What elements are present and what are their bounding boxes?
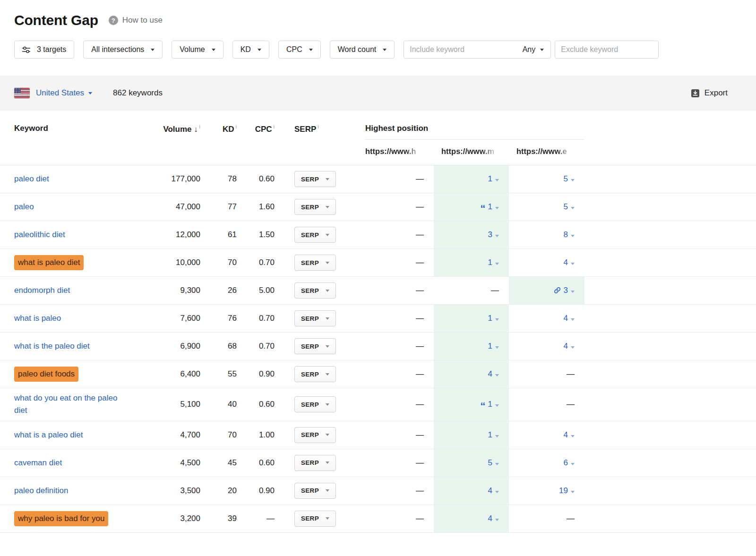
keyword-link[interactable]: paleo definition: [14, 485, 68, 497]
no-position: —: [416, 400, 424, 409]
country-selector[interactable]: United States: [36, 88, 92, 98]
download-icon: [691, 89, 700, 98]
export-button[interactable]: Export: [691, 88, 728, 98]
position-cell-target-1: —: [365, 249, 434, 277]
chevron-down-icon: [571, 435, 575, 437]
cpc-value: —: [237, 505, 275, 532]
kd-value: 70: [200, 249, 237, 277]
position-value[interactable]: 3: [564, 286, 568, 295]
position-value[interactable]: 4: [488, 369, 492, 378]
chevron-down-icon: [326, 434, 329, 436]
cpc-filter-dropdown[interactable]: CPC: [278, 41, 321, 59]
kd-value: 55: [200, 360, 237, 388]
column-header-volume[interactable]: Volume↓i: [156, 111, 200, 165]
serp-button[interactable]: SERP: [294, 227, 336, 243]
column-header-keyword[interactable]: Keyword: [0, 111, 156, 165]
serp-button[interactable]: SERP: [294, 483, 336, 499]
how-to-use-link[interactable]: How to use: [122, 16, 163, 25]
include-mode-dropdown[interactable]: Any: [516, 45, 551, 54]
keyword-link[interactable]: paleo diet foods: [14, 367, 78, 382]
position-value[interactable]: 5: [488, 458, 492, 467]
keyword-link[interactable]: why paleo is bad for you: [14, 511, 108, 526]
serp-button[interactable]: SERP: [294, 455, 336, 471]
position-value[interactable]: 5: [564, 174, 568, 183]
position-value[interactable]: 4: [564, 430, 568, 439]
position-value[interactable]: 8: [564, 230, 568, 239]
cpc-value: 1.00: [237, 421, 275, 449]
keyword-link[interactable]: what is paleo diet: [14, 255, 84, 270]
position-cell-target-2: 3: [434, 221, 509, 249]
quote-icon: “: [481, 203, 486, 214]
keyword-link[interactable]: caveman diet: [14, 457, 62, 469]
column-header-highest-position: Highest position: [365, 111, 584, 140]
keyword-link[interactable]: endomorph diet: [14, 284, 70, 297]
position-cell-target-2: “1: [434, 388, 509, 421]
keyword-link[interactable]: what do you eat on the paleo diet: [14, 392, 131, 417]
chevron-down-icon: [326, 403, 329, 406]
position-value[interactable]: 5: [564, 202, 568, 211]
volume-value: 6,400: [156, 360, 200, 388]
serp-button[interactable]: SERP: [294, 396, 336, 412]
serp-button-label: SERP: [301, 259, 319, 266]
serp-button[interactable]: SERP: [294, 282, 336, 299]
position-value[interactable]: 4: [488, 514, 492, 523]
kd-value: 40: [200, 388, 237, 421]
column-header-target-2: https://www.m: [434, 140, 509, 165]
intersections-dropdown[interactable]: All intersections: [83, 41, 163, 59]
serp-button[interactable]: SERP: [294, 171, 336, 187]
position-value[interactable]: 4: [488, 486, 492, 495]
serp-button[interactable]: SERP: [294, 310, 336, 326]
serp-button[interactable]: SERP: [294, 366, 336, 382]
no-position: —: [416, 258, 424, 267]
position-value[interactable]: 4: [564, 314, 568, 323]
serp-button[interactable]: SERP: [294, 338, 336, 354]
cpc-value: 0.70: [237, 333, 275, 360]
serp-button[interactable]: SERP: [294, 511, 336, 527]
keyword-link[interactable]: paleolithic diet: [14, 229, 65, 241]
chevron-down-icon: [326, 178, 329, 180]
help-icon[interactable]: ?: [109, 16, 118, 25]
position-value[interactable]: 1: [488, 174, 492, 183]
exclude-keyword-input[interactable]: [555, 41, 659, 59]
include-mode-label: Any: [523, 45, 536, 54]
include-keyword-input[interactable]: [404, 45, 515, 54]
position-value[interactable]: 3: [488, 230, 492, 239]
table-row: what do you eat on the paleo diet 5,100 …: [0, 388, 756, 421]
word-count-filter-dropdown[interactable]: Word count: [330, 41, 395, 59]
volume-filter-dropdown[interactable]: Volume: [172, 41, 223, 59]
position-cell-target-3: —: [509, 360, 584, 388]
position-value[interactable]: 1: [488, 342, 492, 351]
keyword-link[interactable]: paleo: [14, 201, 34, 213]
serp-button[interactable]: SERP: [294, 427, 336, 443]
volume-value: 3,200: [156, 505, 200, 532]
cpc-value: 1.50: [237, 221, 275, 249]
kd-filter-dropdown[interactable]: KD: [232, 41, 269, 59]
export-label: Export: [704, 88, 728, 98]
column-header-kd[interactable]: KDi: [200, 111, 237, 165]
position-value[interactable]: 4: [564, 342, 568, 351]
position-value[interactable]: 4: [564, 258, 568, 267]
targets-button[interactable]: 3 targets: [14, 41, 74, 59]
serp-button[interactable]: SERP: [294, 255, 336, 271]
position-cell-target-3: —: [509, 388, 584, 421]
position-value[interactable]: 1: [488, 258, 492, 267]
chevron-down-icon: [571, 463, 575, 465]
position-value[interactable]: 6: [564, 458, 568, 467]
position-value[interactable]: 1: [488, 430, 492, 439]
keyword-link[interactable]: what is a paleo diet: [14, 429, 83, 441]
position-value[interactable]: 1: [488, 400, 492, 409]
position-cell-target-3: 5: [509, 165, 584, 193]
volume-value: 3,500: [156, 477, 200, 505]
position-value[interactable]: 1: [488, 314, 492, 323]
kd-value: 61: [200, 221, 237, 249]
column-header-cpc[interactable]: CPCi: [237, 111, 275, 165]
position-value[interactable]: 1: [488, 202, 492, 211]
cpc-value: 0.90: [237, 477, 275, 505]
serp-button[interactable]: SERP: [294, 199, 336, 215]
keyword-link[interactable]: what is the paleo diet: [14, 340, 90, 352]
position-value[interactable]: 19: [559, 486, 568, 495]
word-count-filter-label: Word count: [338, 45, 377, 54]
position-cell-target-2: 4: [434, 477, 509, 505]
keyword-link[interactable]: paleo diet: [14, 173, 49, 185]
keyword-link[interactable]: what is paleo: [14, 312, 61, 325]
